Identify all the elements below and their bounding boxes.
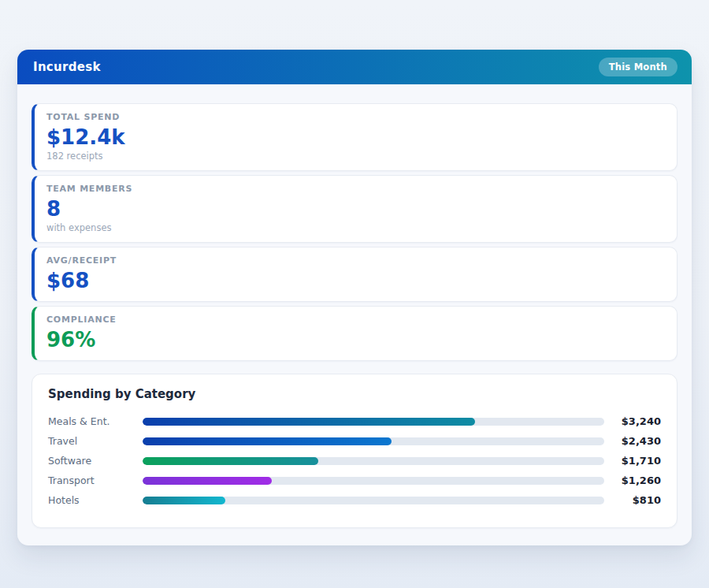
chart-title: Spending by Category [48, 387, 661, 401]
chart-bar-track [143, 497, 604, 504]
stat-value: 8 [46, 196, 664, 221]
chart-row-value: $1,710 [604, 455, 661, 467]
app-title: Incurdesk [33, 60, 101, 74]
page: Incurdesk This Month TOTAL SPEND $12.4k … [0, 0, 709, 588]
stat-card: COMPLIANCE 96% [32, 306, 677, 361]
stat-label: TEAM MEMBERS [46, 184, 664, 195]
chart-bar-track [143, 418, 604, 426]
chart-bar-track [143, 477, 604, 485]
stat-value: 96% [46, 327, 664, 352]
stat-subtext: 182 receipts [46, 151, 664, 162]
stat-card: AVG/RECEIPT $68 [32, 247, 677, 302]
app-header: Incurdesk This Month [17, 50, 692, 84]
chart-bar-track [143, 457, 604, 465]
chart-row: Meals & Ent. $3,240 [48, 411, 661, 431]
chart-bar-fill [143, 497, 225, 504]
stat-label: COMPLIANCE [46, 314, 664, 326]
chart-bar-fill [143, 437, 392, 445]
chart-bar-fill [143, 418, 475, 426]
chart-row-label: Hotels [48, 494, 143, 506]
chart-bar-track [143, 437, 604, 445]
chart-row-value: $3,240 [604, 415, 661, 427]
spending-chart-card: Spending by Category Meals & Ent. $3,240… [32, 374, 677, 528]
chart-row-value: $1,260 [604, 474, 661, 486]
stats-list: TOTAL SPEND $12.4k 182 receipts TEAM MEM… [32, 103, 677, 361]
chart-row-label: Travel [48, 435, 143, 447]
stat-value: $68 [46, 268, 664, 293]
chart-row-label: Transport [48, 474, 143, 486]
stat-card: TEAM MEMBERS 8 with expenses [32, 175, 677, 243]
chart-row-value: $2,430 [604, 435, 661, 447]
chart-row: Hotels $810 [48, 490, 661, 510]
chart-row: Travel $2,430 [48, 431, 661, 451]
stat-subtext: with expenses [46, 222, 664, 234]
chart-bar-fill [143, 457, 318, 465]
period-badge[interactable]: This Month [599, 58, 677, 76]
chart-row-label: Software [48, 455, 143, 467]
chart-row-value: $810 [604, 494, 661, 506]
chart-row: Transport $1,260 [48, 471, 661, 490]
chart-bar-fill [143, 477, 272, 485]
dashboard-body: TOTAL SPEND $12.4k 182 receipts TEAM MEM… [17, 84, 692, 545]
stat-card: TOTAL SPEND $12.4k 182 receipts [32, 103, 677, 171]
chart-row-label: Meals & Ent. [48, 415, 143, 427]
chart-row: Software $1,710 [48, 451, 661, 471]
dashboard-card: Incurdesk This Month TOTAL SPEND $12.4k … [17, 50, 692, 545]
stat-label: TOTAL SPEND [46, 112, 664, 123]
chart-rows: Meals & Ent. $3,240 Travel $2,430 Softwa… [48, 411, 661, 510]
stat-label: AVG/RECEIPT [46, 255, 664, 266]
stat-value: $12.4k [46, 125, 664, 150]
